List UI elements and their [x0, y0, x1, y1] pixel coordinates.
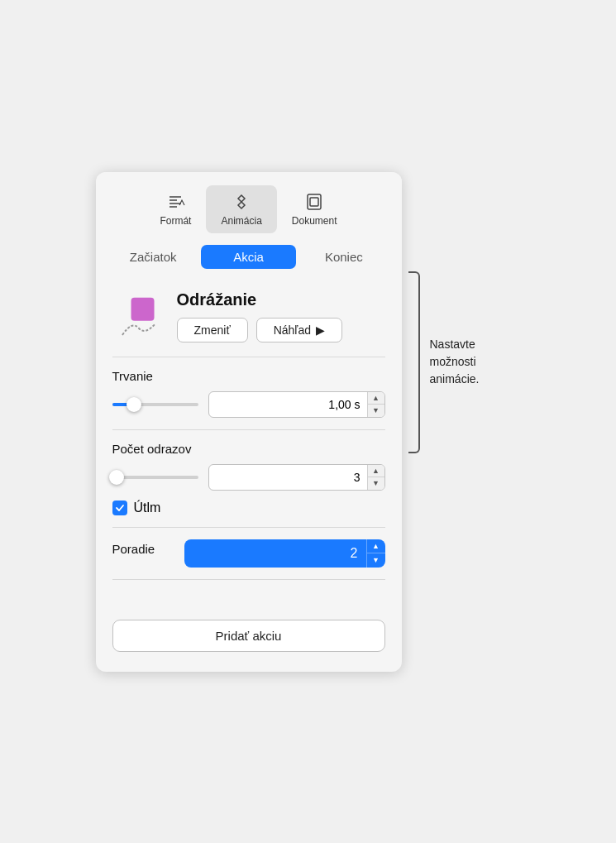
- duration-increment[interactable]: ▲: [368, 392, 384, 405]
- divider-3: [112, 527, 385, 528]
- tabs: Začiatok Akcia Koniec: [96, 240, 402, 277]
- damping-row: Útlm: [112, 501, 385, 515]
- divider-1: [112, 357, 385, 357]
- svg-rect-6: [131, 297, 154, 320]
- order-section: Poradie ▲ ▼: [112, 539, 385, 568]
- duration-stepper: ▲ ▼: [208, 391, 385, 418]
- content-area: Odrážanie Zmeniť Náhľad ▶ Trvanie: [96, 277, 402, 605]
- order-label: Poradie: [112, 542, 155, 556]
- document-button[interactable]: Dokument: [277, 185, 352, 233]
- preview-button[interactable]: Náhľad ▶: [256, 318, 342, 342]
- animation-icon: [232, 192, 251, 212]
- animation-button[interactable]: Animácia: [206, 185, 276, 233]
- divider-2: [112, 429, 385, 430]
- annotation-bracket: [408, 271, 420, 453]
- duration-stepper-arrows: ▲ ▼: [367, 392, 384, 417]
- duration-slider-track[interactable]: [112, 403, 198, 406]
- duration-decrement[interactable]: ▼: [368, 405, 384, 417]
- bounce-label: Počet odrazov: [112, 442, 385, 456]
- bounce-stepper: ▲ ▼: [208, 464, 385, 491]
- bounce-increment[interactable]: ▲: [368, 465, 384, 478]
- bounce-slider-track[interactable]: [112, 476, 198, 479]
- change-button[interactable]: Zmeniť: [177, 318, 248, 342]
- bounce-decrement[interactable]: ▼: [368, 477, 384, 490]
- tab-action[interactable]: Akcia: [201, 245, 296, 269]
- toolbar: Formát Animácia Dokument: [96, 172, 402, 240]
- format-label: Formát: [160, 215, 191, 227]
- duration-label: Trvanie: [112, 369, 385, 383]
- format-button[interactable]: Formát: [145, 185, 206, 233]
- damping-label: Útlm: [134, 501, 161, 515]
- bounce-value[interactable]: [209, 467, 367, 487]
- animation-title-area: Odrážanie Zmeniť Náhľad ▶: [177, 290, 343, 342]
- checkmark-icon: [115, 503, 125, 513]
- annotation: Nastavte možnosti animácie.: [408, 271, 521, 453]
- order-increment[interactable]: ▲: [367, 539, 385, 554]
- play-icon: ▶: [316, 323, 325, 337]
- duration-value[interactable]: [209, 395, 367, 414]
- duration-slider-row: ▲ ▼: [112, 391, 385, 418]
- duration-slider-thumb[interactable]: [127, 397, 141, 412]
- format-icon: [165, 192, 185, 212]
- animation-buttons: Zmeniť Náhľad ▶: [177, 318, 343, 342]
- order-stepper-arrows: ▲ ▼: [366, 539, 385, 568]
- damping-checkbox[interactable]: [112, 501, 127, 515]
- animation-header: Odrážanie Zmeniť Náhľad ▶: [112, 290, 385, 343]
- order-stepper: ▲ ▼: [184, 539, 385, 568]
- tab-end[interactable]: Koniec: [296, 245, 391, 269]
- animation-title: Odrážanie: [177, 290, 343, 309]
- duration-section: Trvanie ▲ ▼: [112, 369, 385, 418]
- animation-label: Animácia: [221, 215, 261, 227]
- bounce-slider-thumb[interactable]: [109, 470, 124, 485]
- order-decrement[interactable]: ▼: [367, 553, 385, 568]
- bounce-section: Počet odrazov ▲ ▼: [112, 442, 385, 515]
- bounce-stepper-arrows: ▲ ▼: [367, 465, 384, 490]
- document-icon: [304, 192, 324, 212]
- divider-4: [112, 579, 385, 580]
- svg-rect-5: [310, 198, 318, 206]
- bounce-icon: [112, 290, 165, 343]
- add-action-button[interactable]: Pridať akciu: [112, 620, 385, 652]
- order-value[interactable]: [184, 541, 366, 566]
- annotation-text: Nastavte možnosti animácie.: [430, 336, 521, 388]
- document-label: Dokument: [292, 215, 337, 227]
- tab-start[interactable]: Začiatok: [106, 245, 201, 269]
- bounce-slider-row: ▲ ▼: [112, 464, 385, 491]
